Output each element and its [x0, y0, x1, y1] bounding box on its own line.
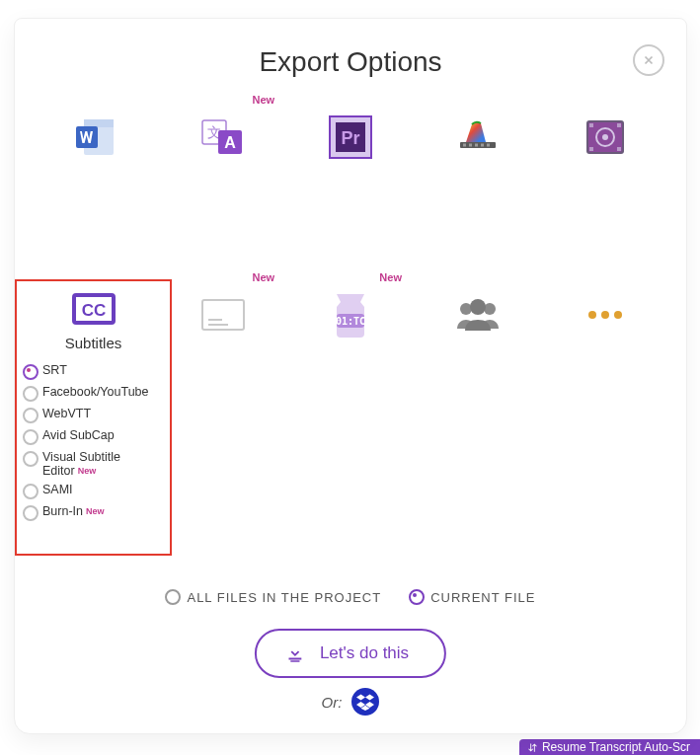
download-icon: [284, 642, 306, 664]
people-icon: [453, 297, 503, 333]
export-speakers-tile[interactable]: [419, 285, 537, 344]
subtitle-option-srt[interactable]: SRT: [23, 363, 164, 380]
modal-title: Export Options: [15, 46, 686, 78]
cc-icon: CC: [72, 293, 116, 325]
svg-text:01:TC: 01:TC: [336, 316, 365, 327]
subtitles-panel: CC Subtitles SRT Facebook/YouTube WebVTT…: [15, 279, 172, 556]
export-avid-tile[interactable]: [546, 108, 664, 167]
word-icon: [74, 116, 117, 158]
new-badge: New: [379, 271, 402, 283]
svg-rect-15: [487, 144, 490, 147]
svg-rect-20: [589, 147, 593, 151]
resume-autoscroll-label: Resume Transcript Auto-Scr: [542, 739, 690, 755]
new-badge: New: [253, 94, 275, 106]
sort-icon: [527, 742, 538, 753]
close-icon: [642, 53, 656, 67]
svg-point-33: [601, 311, 609, 319]
svg-rect-12: [469, 144, 472, 147]
dropbox-button[interactable]: [351, 688, 379, 716]
more-icon: [587, 310, 623, 320]
or-label: Or:: [322, 694, 343, 711]
export-plaintext-tile[interactable]: New: [164, 285, 282, 344]
avid-icon: [583, 117, 627, 157]
svg-point-23: [602, 134, 608, 140]
subtitle-option-avid-subcap[interactable]: Avid SubCap: [23, 428, 164, 445]
svg-rect-13: [475, 144, 478, 147]
timecode-icon: 01:TC: [329, 292, 372, 338]
svg-text:CC: CC: [81, 301, 106, 320]
finalcut-icon: [456, 116, 500, 158]
subtitle-option-sami[interactable]: SAMI: [23, 483, 164, 499]
subtitle-option-facebook-youtube[interactable]: Facebook/YouTube: [23, 385, 164, 402]
premiere-icon: Pr: [328, 114, 373, 160]
subtitle-option-visual-editor[interactable]: Visual Subtitle EditorNew: [23, 450, 164, 478]
export-modal: Export Options New 文 A: [14, 18, 687, 734]
svg-point-30: [484, 303, 496, 315]
translate-icon: 文 A: [200, 116, 246, 158]
export-translate-tile[interactable]: New 文 A: [164, 108, 282, 167]
svg-rect-2: [76, 126, 98, 148]
svg-text:Pr: Pr: [341, 128, 359, 148]
svg-rect-11: [463, 144, 466, 147]
svg-point-34: [614, 311, 622, 319]
svg-text:A: A: [224, 134, 236, 151]
export-word-tile[interactable]: [37, 108, 155, 167]
close-button[interactable]: [633, 44, 664, 76]
subtitle-option-burnin[interactable]: Burn-InNew: [23, 504, 164, 521]
new-badge: New: [253, 271, 275, 283]
scope-current-file[interactable]: CURRENT FILE: [409, 589, 535, 605]
resume-autoscroll-button[interactable]: Resume Transcript Auto-Scr: [519, 739, 700, 755]
export-premiere-tile[interactable]: Pr: [291, 108, 410, 167]
lets-do-this-button[interactable]: Let's do this: [255, 629, 446, 678]
cta-label: Let's do this: [320, 643, 409, 663]
scope-all-files[interactable]: ALL FILES IN THE PROJECT: [165, 589, 381, 605]
export-finalcut-tile[interactable]: [419, 108, 537, 167]
svg-rect-18: [589, 123, 593, 127]
dropbox-icon: [356, 693, 374, 711]
svg-rect-1: [84, 119, 114, 127]
export-more-tile[interactable]: [546, 285, 664, 344]
subtitle-option-webvtt[interactable]: WebVTT: [23, 407, 164, 423]
plaintext-icon: [200, 298, 246, 332]
svg-point-31: [470, 299, 486, 315]
scope-row: ALL FILES IN THE PROJECT CURRENT FILE: [15, 589, 686, 605]
export-timecode-tile[interactable]: New 01:TC: [291, 285, 410, 344]
svg-rect-14: [481, 144, 484, 147]
svg-point-29: [460, 303, 472, 315]
svg-rect-19: [617, 123, 621, 127]
subtitles-title: Subtitles: [17, 335, 170, 351]
svg-point-32: [588, 311, 596, 319]
svg-rect-21: [617, 147, 621, 151]
